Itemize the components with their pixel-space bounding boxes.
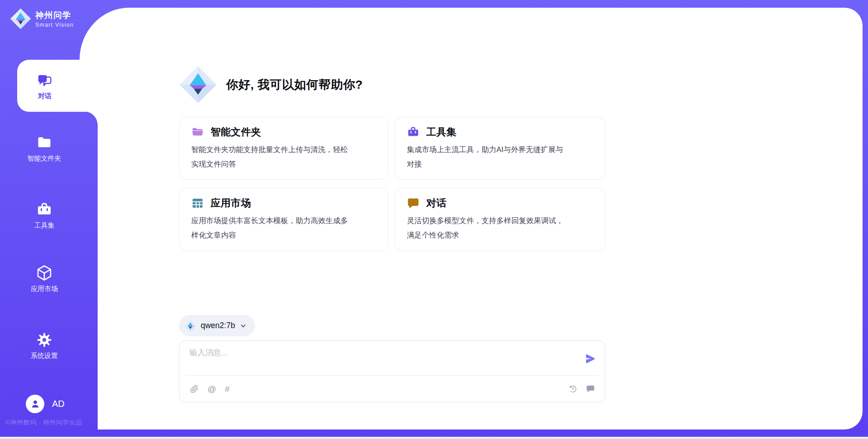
brand-name: 神州问学 [35, 10, 74, 21]
model-logo-icon [184, 320, 196, 332]
feature-cards: 智能文件夹 智能文件夹功能支持批量文件上传与清洗，轻松实现文件问答 工具集 集成… [179, 117, 605, 251]
sidebar-item-toolset[interactable]: 工具集 [0, 200, 89, 230]
message-input[interactable] [189, 347, 578, 375]
card-description: 智能文件夹功能支持批量文件上传与清洗，轻松实现文件问答 [191, 143, 353, 171]
greeting-text: 你好, 我可以如何帮助你? [226, 76, 363, 93]
sidebar-item-settings[interactable]: 系统设置 [0, 331, 89, 360]
hash-icon: # [225, 385, 230, 393]
brand: 神州问学 Smart Vision [10, 8, 74, 29]
card-toolset[interactable]: 工具集 集成市场上主流工具，助力AI与外界无缝扩展与对接 [395, 117, 605, 180]
brand-logo-icon [10, 8, 31, 29]
main-content: 你好, 我可以如何帮助你? 智能文件夹 智能文件夹功能支持批量文件上传与清洗，轻… [179, 0, 605, 439]
card-title: 工具集 [426, 125, 457, 139]
window-bottom-edge [0, 437, 868, 439]
briefcase-icon [36, 200, 52, 219]
sidebar: 神州问学 Smart Vision 智能文件夹 工具集 [0, 0, 97, 439]
user-account[interactable]: AD [0, 395, 89, 413]
card-title: 对话 [426, 196, 447, 210]
history-button[interactable] [568, 384, 577, 393]
paperclip-icon [189, 384, 199, 394]
message-composer: @ # [179, 340, 605, 402]
sidebar-item-label: 应用市场 [31, 285, 58, 293]
card-title: 应用市场 [211, 196, 251, 210]
folder-icon [36, 134, 52, 152]
sidebar-item-label: 工具集 [34, 221, 55, 230]
card-smart-folder[interactable]: 智能文件夹 智能文件夹功能支持批量文件上传与清洗，轻松实现文件问答 [179, 117, 388, 180]
model-selector[interactable]: qwen2:7b [179, 315, 255, 336]
briefcase-icon [407, 126, 420, 138]
message-icon [586, 384, 595, 393]
brand-subtitle: Smart Vision [35, 22, 74, 28]
sidebar-item-app-market[interactable]: 应用市场 [0, 264, 89, 293]
greeting: 你好, 我可以如何帮助你? [179, 66, 363, 104]
card-chat[interactable]: 对话 灵活切换多模型文件，支持多样回复效果调试，满足个性化需求 [395, 188, 605, 251]
greeting-logo-icon [179, 66, 217, 104]
chat-bubble-icon [407, 197, 420, 210]
folder-open-icon [191, 126, 204, 138]
card-description: 应用市场提供丰富长文本模板，助力高效生成多样化文章内容 [191, 214, 353, 242]
composer-toolbar: @ # [186, 375, 599, 402]
mention-button[interactable]: @ [208, 385, 216, 393]
avatar [26, 395, 44, 413]
card-description: 集成市场上主流工具，助力AI与外界无缝扩展与对接 [407, 143, 569, 171]
sidebar-item-label: 智能文件夹 [28, 154, 61, 163]
model-name: qwen2:7b [201, 321, 235, 330]
card-app-market[interactable]: 应用市场 应用市场提供丰富长文本模板，助力高效生成多样化文章内容 [179, 188, 388, 251]
attach-file-button[interactable] [189, 384, 199, 394]
history-icon [568, 384, 577, 393]
card-description: 灵活切换多模型文件，支持多样回复效果调试，满足个性化需求 [407, 214, 569, 242]
cube-icon [36, 264, 53, 282]
grid-table-icon [191, 197, 204, 210]
gear-icon [36, 331, 52, 349]
send-button[interactable] [583, 352, 597, 365]
sidebar-item-label: 系统设置 [31, 352, 58, 360]
send-icon [585, 353, 596, 364]
hash-button[interactable]: # [225, 385, 230, 393]
copyright-footer: ©神州数码 · 神州问学出品 [5, 419, 82, 427]
card-title: 智能文件夹 [211, 125, 261, 139]
feedback-button[interactable] [586, 384, 595, 393]
sidebar-item-smart-folder[interactable]: 智能文件夹 [0, 134, 89, 163]
chevron-down-icon [240, 322, 247, 329]
at-icon: @ [208, 385, 216, 393]
user-initials: AD [52, 399, 65, 409]
